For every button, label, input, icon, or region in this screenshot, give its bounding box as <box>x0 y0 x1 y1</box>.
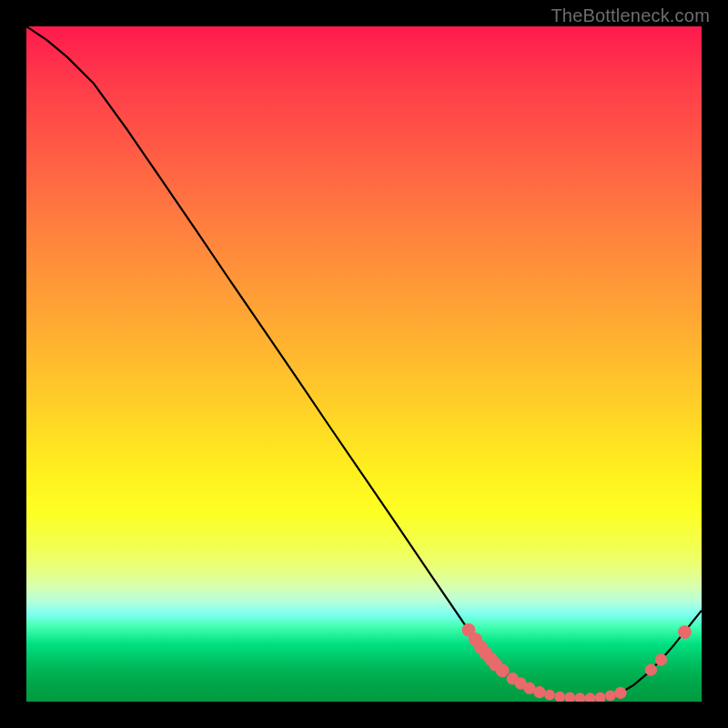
data-marker <box>585 693 596 702</box>
data-marker <box>554 692 565 702</box>
curve-path <box>26 26 702 698</box>
data-marker <box>564 693 575 702</box>
data-marker <box>544 690 555 701</box>
chart-svg <box>26 26 702 702</box>
data-marker <box>614 687 626 699</box>
chart-container: TheBottleneck.com <box>0 0 728 728</box>
data-marker <box>496 663 510 677</box>
plot-area <box>26 26 702 702</box>
data-marker <box>605 690 616 701</box>
attribution-label: TheBottleneck.com <box>551 5 710 26</box>
data-marker <box>655 653 667 665</box>
data-marker <box>645 663 657 675</box>
data-marker <box>575 693 586 702</box>
data-marker <box>595 693 606 702</box>
data-marker <box>533 686 545 698</box>
data-marker <box>678 625 692 639</box>
markers-group <box>462 623 692 702</box>
